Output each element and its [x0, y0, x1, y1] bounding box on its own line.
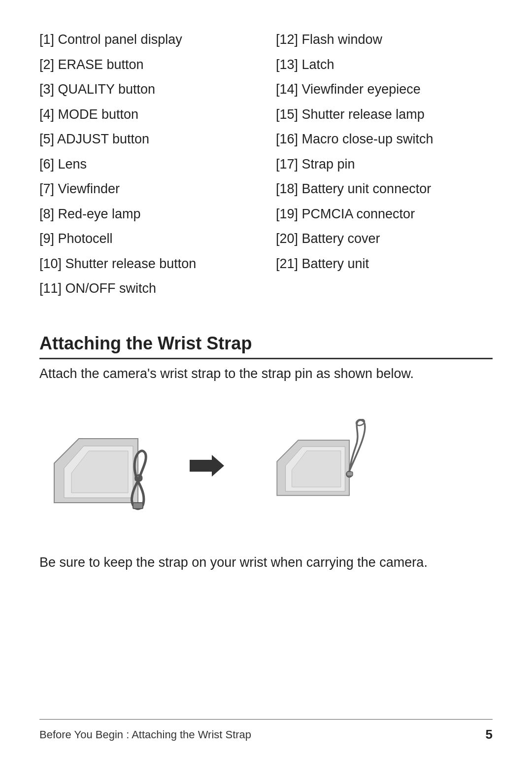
list-item: [5] ADJUST button: [39, 129, 256, 149]
list-item: [2] ERASE button: [39, 55, 256, 75]
page-footer: Before You Begin : Attaching the Wrist S…: [39, 719, 493, 742]
footer-label: Before You Begin : Attaching the Wrist S…: [39, 728, 251, 741]
arrow-icon: [187, 451, 227, 481]
list-item: [11] ON/OFF switch: [39, 278, 256, 299]
list-item: [18] Battery unit connector: [276, 179, 493, 199]
list-item: [9] Photocell: [39, 229, 256, 249]
diagram-area: [39, 409, 493, 522]
list-item: [3] QUALITY button: [39, 79, 256, 100]
right-parts-column: [12] Flash window[13] Latch[14] Viewfind…: [276, 30, 493, 304]
svg-rect-11: [347, 472, 353, 476]
list-item: [8] Red-eye lamp: [39, 204, 256, 224]
intro-text: Attach the camera's wrist strap to the s…: [39, 363, 493, 384]
list-item: [6] Lens: [39, 154, 256, 174]
list-item: [17] Strap pin: [276, 154, 493, 174]
parts-list: [1] Control panel display[2] ERASE butto…: [39, 30, 493, 304]
list-item: [21] Battery unit: [276, 254, 493, 274]
list-item: [12] Flash window: [276, 30, 493, 50]
list-item: [15] Shutter release lamp: [276, 104, 493, 125]
svg-rect-4: [133, 503, 143, 509]
list-item: [1] Control panel display: [39, 30, 256, 50]
list-item: [16] Macro close-up switch: [276, 129, 493, 149]
before-diagram: [39, 419, 158, 513]
svg-marker-5: [190, 455, 224, 477]
footer-page-number: 5: [486, 727, 493, 742]
after-diagram: [256, 419, 374, 513]
list-item: [7] Viewfinder: [39, 179, 256, 199]
list-item: [14] Viewfinder eyepiece: [276, 79, 493, 100]
closing-text: Be sure to keep the strap on your wrist …: [39, 552, 493, 573]
list-item: [4] MODE button: [39, 104, 256, 125]
list-item: [10] Shutter release button: [39, 254, 256, 274]
left-parts-column: [1] Control panel display[2] ERASE butto…: [39, 30, 256, 304]
list-item: [19] PCMCIA connector: [276, 204, 493, 224]
list-item: [13] Latch: [276, 55, 493, 75]
list-item: [20] Battery cover: [276, 229, 493, 249]
section-title: Attaching the Wrist Strap: [39, 333, 493, 359]
page-content: [1] Control panel display[2] ERASE butto…: [0, 0, 532, 652]
